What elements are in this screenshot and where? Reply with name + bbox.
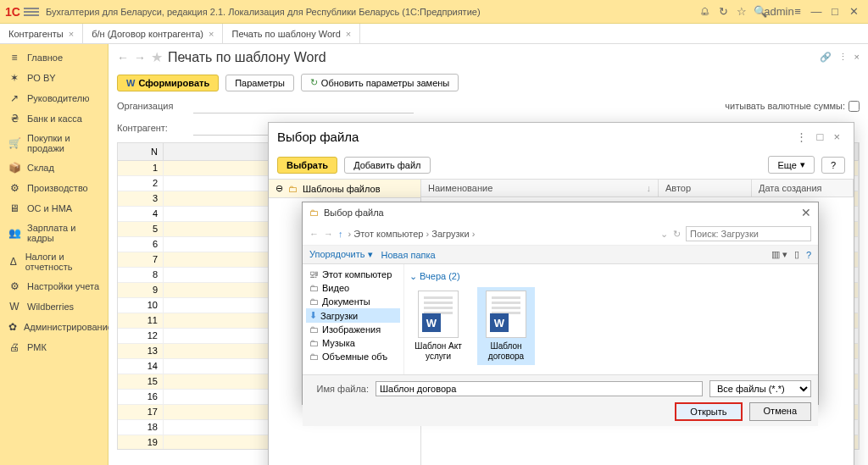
file-item[interactable]: Шаблон Акт услуги [409, 287, 467, 365]
nav-icon: 👥 [8, 227, 20, 239]
up-icon[interactable]: ↑ [338, 229, 343, 239]
tab-print-word[interactable]: Печать по шаблону Word× [223, 24, 360, 43]
tree-item[interactable]: 🗀Объемные объ [306, 350, 400, 363]
menu-icon[interactable] [24, 8, 39, 16]
currency-checkbox[interactable] [849, 101, 860, 112]
bell-icon[interactable]: 🕭 [695, 3, 714, 21]
back-icon[interactable]: ← [309, 229, 319, 239]
search-input[interactable] [686, 226, 811, 241]
page-title: Печать по шаблону Word [168, 50, 326, 65]
add-file-button[interactable]: Добавить файл [344, 157, 430, 174]
preview-icon[interactable]: ▯ [794, 249, 799, 260]
forward-icon[interactable]: → [324, 229, 333, 239]
sort-button[interactable]: Упорядочить ▾ [309, 249, 373, 260]
sidebar-item[interactable]: ↗Руководителю [0, 88, 108, 108]
file-item[interactable]: Шаблон договора [477, 287, 535, 365]
col-author[interactable]: Автор [659, 180, 752, 197]
params-button[interactable]: Параметры [225, 75, 294, 91]
breadcrumb[interactable]: › Этот компьютер › Загрузки › [348, 229, 476, 239]
more-button[interactable]: Еще ▾ [768, 156, 814, 174]
sidebar-item[interactable]: ⚙Производство [0, 178, 108, 198]
sidebar-item[interactable]: ✶PO BY [0, 68, 108, 88]
refresh-params-button[interactable]: ↻Обновить параметры замены [301, 74, 459, 91]
word-icon [418, 291, 459, 338]
filename-input[interactable] [376, 381, 703, 396]
link-icon[interactable]: 🔗 [820, 52, 832, 63]
more-icon[interactable]: ⋮ [838, 52, 848, 63]
sidebar-item-label: Wildberries [27, 302, 74, 312]
sidebar-item[interactable]: 👥Зарплата и кадры [0, 219, 108, 247]
more-icon[interactable]: ⋮ [791, 130, 812, 143]
sidebar-item[interactable]: 🛒Покупки и продажи [0, 129, 108, 158]
star-icon[interactable]: ☆ [732, 3, 751, 21]
sidebar-item-label: Налоги и отчетность [25, 252, 99, 272]
history-icon[interactable]: ↻ [714, 3, 732, 21]
tree-item[interactable]: ⬇Загрузки [306, 308, 400, 323]
contractor-label: Контрагент: [117, 123, 185, 133]
tree-item[interactable]: 🗀Музыка [306, 336, 400, 350]
tab-contract[interactable]: б/н (Договор контрагента)× [83, 24, 223, 43]
folder-icon: 🗀 [288, 184, 298, 194]
help-icon[interactable]: ? [806, 250, 811, 260]
dialog-title: Выбор файла [277, 130, 791, 144]
sidebar-item[interactable]: ⚙Настройки учета [0, 276, 108, 296]
col-n[interactable]: N [118, 143, 164, 160]
nav-icon: ✶ [8, 72, 20, 84]
sidebar-item[interactable]: 📦Склад [0, 158, 108, 178]
sidebar-item[interactable]: ✿Администрирование [0, 317, 108, 337]
dropdown-icon[interactable]: ⌄ [660, 229, 668, 240]
sidebar-item[interactable]: 🖨РМК [0, 337, 108, 357]
file-group[interactable]: ⌄ Вчера (2) [409, 269, 813, 287]
sidebar-item[interactable]: ≡Главное [0, 47, 108, 68]
nav-icon: ⚙ [8, 280, 20, 292]
help-button[interactable]: ? [821, 157, 845, 174]
tree-item[interactable]: 🗀Документы [306, 295, 400, 308]
open-button[interactable]: Открыть [675, 402, 742, 421]
sidebar-item-label: Главное [27, 53, 63, 63]
tree-item[interactable]: 🗀Видео [306, 281, 400, 295]
close-icon[interactable]: × [209, 29, 214, 39]
sidebar-item[interactable]: ΔНалоги и отчетность [0, 247, 108, 276]
tree-item[interactable]: 🗀Изображения [306, 323, 400, 336]
close-icon[interactable]: × [828, 130, 845, 143]
user-label[interactable]: admin [770, 3, 788, 21]
org-field[interactable] [193, 98, 414, 113]
new-folder-button[interactable]: Новая папка [381, 250, 436, 260]
sidebar-item[interactable]: ₴Банк и касса [0, 108, 108, 129]
forward-icon[interactable]: → [134, 51, 146, 64]
close-icon[interactable]: × [346, 29, 351, 39]
maximize-icon[interactable]: □ [826, 3, 844, 21]
more-icon[interactable]: ≡ [788, 3, 807, 21]
nav-icon: ↗ [8, 92, 20, 104]
view-icon[interactable]: ▥ ▾ [771, 249, 787, 260]
close-icon[interactable]: × [854, 52, 860, 63]
close-icon[interactable]: ✕ [844, 3, 863, 21]
folder-icon: 🗀 [309, 338, 319, 348]
tree-root[interactable]: ⊖🗀Шаблоны файлов [269, 180, 420, 198]
favorite-icon[interactable]: ★ [151, 49, 163, 65]
filter-select[interactable]: Все файлы (*.*) [709, 380, 811, 397]
close-icon[interactable]: ✕ [801, 206, 811, 219]
sidebar-item[interactable]: WWildberries [0, 296, 108, 317]
sidebar-item[interactable]: 🖥ОС и НМА [0, 198, 108, 219]
sidebar-item-label: Банк и касса [27, 113, 82, 124]
minimize-icon[interactable]: — [807, 3, 826, 21]
app-title: Бухгалтерия для Беларуси, редакция 2.1. … [46, 7, 695, 17]
col-name[interactable]: Наименование ↓ [421, 180, 659, 197]
back-icon[interactable]: ← [117, 51, 129, 64]
tab-bar: Контрагенты× б/н (Договор контрагента)× … [0, 24, 868, 44]
collapse-icon[interactable]: ⊖ [275, 183, 283, 194]
sidebar-item-label: Руководителю [27, 93, 89, 103]
tab-contractors[interactable]: Контрагенты× [0, 24, 83, 43]
refresh-icon[interactable]: ↻ [673, 229, 681, 240]
form-button[interactable]: WСформировать [117, 75, 219, 91]
col-date[interactable]: Дата создания [752, 180, 854, 197]
sidebar-item-label: Администрирование [24, 322, 113, 332]
close-icon[interactable]: × [69, 29, 74, 39]
nav-icon: 🖨 [8, 341, 20, 353]
maximize-icon[interactable]: □ [812, 130, 829, 143]
sidebar: ≡Главное✶PO BY↗Руководителю₴Банк и касса… [0, 44, 108, 465]
tree-item[interactable]: 🖳Этот компьютер [306, 268, 400, 281]
select-button[interactable]: Выбрать [277, 157, 337, 174]
cancel-button[interactable]: Отмена [749, 402, 811, 421]
